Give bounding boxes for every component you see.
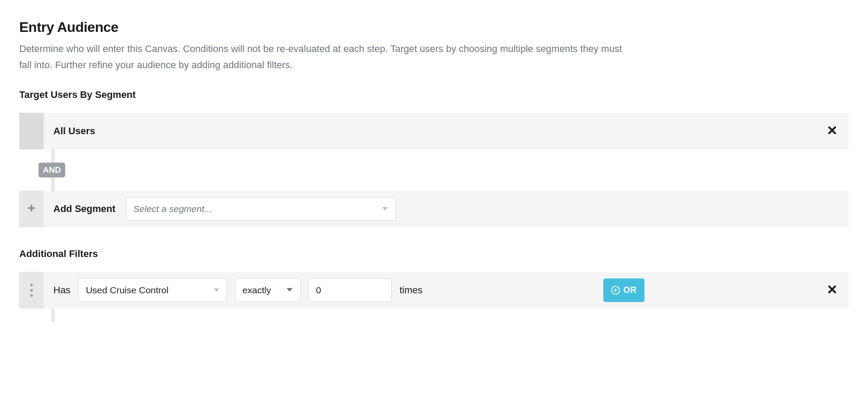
connector-line [51,309,55,322]
add-segment-handle[interactable] [19,191,44,227]
circle-plus-icon: + [611,286,620,295]
chevron-down-icon [214,288,220,292]
page-description: Determine who will enter this Canvas. Co… [19,41,632,73]
filter-count-input[interactable] [308,278,392,302]
segment-row-add: Add Segment Select a segment... [19,191,849,227]
filters-heading: Additional Filters [19,248,849,260]
filter-connector-tail [19,309,849,322]
plus-icon [28,204,35,214]
segment-handle[interactable] [19,113,44,149]
chevron-down-icon [286,288,293,292]
or-label: OR [623,285,637,295]
remove-filter-icon[interactable] [825,283,839,297]
segment-body: All Users [44,113,849,149]
filter-body: Has Used Cruise Control exactly times + … [44,272,849,309]
segments-heading: Target Users By Segment [19,89,849,101]
filters-stack: Has Used Cruise Control exactly times + … [19,272,849,322]
filter-event-value: Used Cruise Control [86,285,168,295]
segment-connector: AND [19,149,849,191]
filter-suffix: times [399,285,423,296]
filter-comparator-select[interactable]: exactly [235,278,301,302]
chevron-down-icon [382,207,388,211]
filter-prefix: Has [53,285,70,296]
segment-select-placeholder: Select a segment... [133,204,212,214]
filter-event-select[interactable]: Used Cruise Control [78,278,227,302]
filter-drag-handle[interactable] [19,272,44,309]
add-segment-body: Add Segment Select a segment... [44,191,849,227]
remove-segment-icon[interactable] [825,124,839,138]
segment-row-all-users: All Users [19,113,849,149]
drag-dots-icon [30,284,33,297]
add-or-button[interactable]: + OR [603,278,644,302]
and-pill: AND [38,163,65,177]
page-title: Entry Audience [19,19,849,35]
segment-stack: All Users AND Add Segment Select a segme… [19,113,849,227]
segment-select[interactable]: Select a segment... [126,197,396,221]
segment-label: All Users [53,125,95,137]
filter-row: Has Used Cruise Control exactly times + … [19,272,849,309]
add-segment-label: Add Segment [53,203,116,215]
filter-comparator-value: exactly [242,285,271,295]
